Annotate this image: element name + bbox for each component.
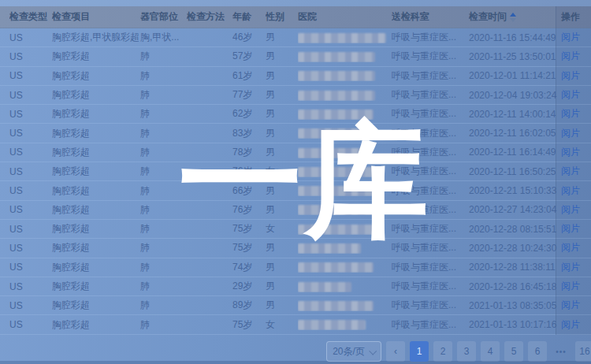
cell-hospital [298, 223, 392, 234]
header-gender[interactable]: 性别 [266, 10, 298, 24]
cell-age: 46岁 [232, 31, 266, 44]
page-button-4[interactable]: 4 [481, 341, 500, 362]
header-organ-part[interactable]: 器官部位 [140, 10, 187, 24]
table-row[interactable]: US 胸腔彩超,甲状腺彩超 胸,甲状... 46岁 男 呼吸与重症医... 20… [0, 28, 591, 47]
cell-exam-item: 胸腔彩超 [52, 241, 140, 254]
cell-exam-type: US [9, 51, 52, 62]
cell-age: 75岁 [232, 241, 266, 254]
table-row[interactable]: US 胸腔彩超 肺 57岁 男 呼吸与重症医... 2020-11-25 13:… [0, 47, 591, 66]
cell-exam-item: 胸腔彩超 [52, 50, 140, 63]
cell-hospital [298, 280, 392, 292]
table-row[interactable]: US 胸腔彩超 肺 62岁 男 呼吸与重症医... 2020-12-11 14:… [0, 105, 591, 124]
header-exam-time-label: 检查时间 [469, 11, 507, 22]
hospital-redacted-block [298, 33, 386, 43]
view-images-link[interactable]: 阅片 [561, 185, 580, 196]
cell-exam-time: 2020-12-01 11:14:21 [469, 70, 561, 81]
exam-list-screen: 检查类型 检查项目 器官部位 检查方法 年龄 性别 医院 送检科室 检查时间 操… [0, 0, 591, 364]
cell-organ-part: 胸,甲状... [140, 31, 187, 44]
view-images-link[interactable]: 阅片 [561, 204, 580, 215]
table-row[interactable]: US 胸腔彩超 肺 83岁 男 呼吸与重症医... 2020-12-11 16:… [0, 124, 591, 143]
table-row[interactable]: US 胸腔彩超 肺 76岁 女 呼吸与重症医... 2020-12-11 16:… [0, 162, 591, 181]
table-row[interactable]: US 胸腔彩超 肺 75岁 女 呼吸与重症医... 2020-12-28 08:… [0, 220, 591, 239]
header-exam-time[interactable]: 检查时间 [469, 10, 561, 24]
cell-exam-time: 2020-12-11 16:50:25 [469, 166, 561, 177]
cell-exam-item: 胸腔彩超 [52, 318, 140, 332]
cell-hospital [298, 300, 392, 311]
header-sending-dept[interactable]: 送检科室 [392, 10, 469, 24]
page-button-6[interactable]: 6 [528, 341, 547, 362]
table-row[interactable]: US 胸腔彩超 肺 89岁 男 呼吸与重症医... 2021-01-13 08:… [0, 296, 591, 315]
cell-sending-dept: 呼吸与重症医... [392, 165, 469, 178]
cell-exam-type: US [9, 204, 52, 215]
table-row[interactable]: US 胸腔彩超 肺 75岁 女 呼吸与重症医... 2021-01-13 10:… [0, 315, 591, 334]
cell-organ-part: 肺 [140, 69, 187, 83]
cell-exam-item: 胸腔彩超 [52, 203, 140, 217]
cell-exam-time: 2020-12-28 08:15:51 [469, 224, 561, 235]
cell-sending-dept: 呼吸与重症医... [392, 184, 469, 198]
cell-action: 阅片 [561, 261, 591, 274]
header-exam-type[interactable]: 检查类型 [9, 10, 52, 24]
cell-exam-item: 胸腔彩超 [52, 222, 140, 236]
header-age[interactable]: 年龄 [232, 10, 266, 24]
cell-action: 阅片 [561, 31, 591, 44]
cell-exam-time: 2020-12-21 15:10:33 [469, 185, 561, 196]
page-ellipsis[interactable]: ••• [552, 341, 571, 362]
view-images-link[interactable]: 阅片 [561, 242, 580, 253]
cell-organ-part: 肺 [140, 261, 187, 274]
header-exam-method[interactable]: 检查方法 [187, 10, 232, 24]
header-hospital[interactable]: 医院 [298, 10, 392, 24]
hospital-redacted-block [298, 128, 375, 139]
cell-organ-part: 肺 [140, 165, 187, 178]
sort-caret-icon[interactable] [510, 13, 516, 22]
cell-exam-time: 2020-12-11 14:00:14 [469, 109, 561, 120]
view-images-link[interactable]: 阅片 [561, 32, 580, 43]
page-button-1[interactable]: 1 [410, 341, 429, 362]
pagination-bar: 20条/页 ‹ 123456•••16 [326, 341, 591, 362]
page-button-2[interactable]: 2 [433, 341, 452, 362]
view-images-link[interactable]: 阅片 [561, 280, 580, 292]
view-images-link[interactable]: 阅片 [561, 299, 580, 310]
table-row[interactable]: US 胸腔彩超 肺 76岁 男 呼吸与重症医... 2020-12-27 14:… [0, 201, 591, 220]
page-button-5[interactable]: 5 [504, 341, 523, 362]
cell-hospital [298, 262, 392, 273]
view-images-link[interactable]: 阅片 [561, 319, 580, 330]
view-images-link[interactable]: 阅片 [561, 223, 580, 234]
table-row[interactable]: US 胸腔彩超 肺 74岁 男 呼吸与重症医... 2020-12-28 11:… [0, 258, 591, 277]
view-images-link[interactable]: 阅片 [561, 147, 580, 158]
prev-page-button[interactable]: ‹ [386, 341, 405, 362]
cell-organ-part: 肺 [140, 222, 187, 236]
page-button-16[interactable]: 16 [575, 341, 591, 362]
cell-exam-type: US [9, 128, 52, 139]
cell-exam-item: 胸腔彩超 [52, 107, 140, 121]
cell-action: 阅片 [561, 203, 591, 217]
hospital-redacted-block [298, 91, 375, 101]
cell-exam-type: US [9, 90, 52, 101]
view-images-link[interactable]: 阅片 [561, 50, 580, 61]
cell-sending-dept: 呼吸与重症医... [392, 107, 469, 121]
page-button-3[interactable]: 3 [457, 341, 476, 362]
table-row[interactable]: US 胸腔彩超 肺 66岁 男 呼吸与重症医... 2020-12-21 15:… [0, 181, 591, 200]
cell-sending-dept: 呼吸与重症医... [392, 241, 469, 254]
cell-action: 阅片 [561, 127, 591, 140]
cell-action: 阅片 [561, 241, 591, 254]
header-exam-item[interactable]: 检查项目 [52, 10, 140, 24]
table-row[interactable]: US 胸腔彩超 肺 78岁 男 呼吸与重症医... 2020-12-11 16:… [0, 143, 591, 162]
view-images-link[interactable]: 阅片 [561, 165, 580, 176]
hospital-redacted-block [298, 205, 375, 215]
view-images-link[interactable]: 阅片 [561, 70, 580, 81]
cell-exam-type: US [9, 300, 52, 311]
table-row[interactable]: US 胸腔彩超 肺 75岁 男 呼吸与重症医... 2020-12-28 10:… [0, 239, 591, 258]
cell-age: 78岁 [232, 146, 266, 159]
view-images-link[interactable]: 阅片 [561, 128, 580, 139]
cell-action: 阅片 [561, 184, 591, 198]
cell-exam-item: 胸腔彩超 [52, 88, 140, 102]
table-row[interactable]: US 胸腔彩超 肺 29岁 男 呼吸与重症医... 2020-12-28 16:… [0, 277, 591, 296]
page-size-select[interactable]: 20条/页 [326, 341, 381, 362]
view-images-link[interactable]: 阅片 [561, 89, 580, 100]
cell-action: 阅片 [561, 165, 591, 178]
table-row[interactable]: US 胸腔彩超 肺 77岁 男 呼吸与重症医... 2020-12-04 19:… [0, 86, 591, 105]
view-images-link[interactable]: 阅片 [561, 262, 580, 273]
view-images-link[interactable]: 阅片 [561, 108, 580, 119]
table-row[interactable]: US 胸腔彩超 肺 61岁 男 呼吸与重症医... 2020-12-01 11:… [0, 67, 591, 86]
cell-age: 75岁 [232, 222, 266, 236]
